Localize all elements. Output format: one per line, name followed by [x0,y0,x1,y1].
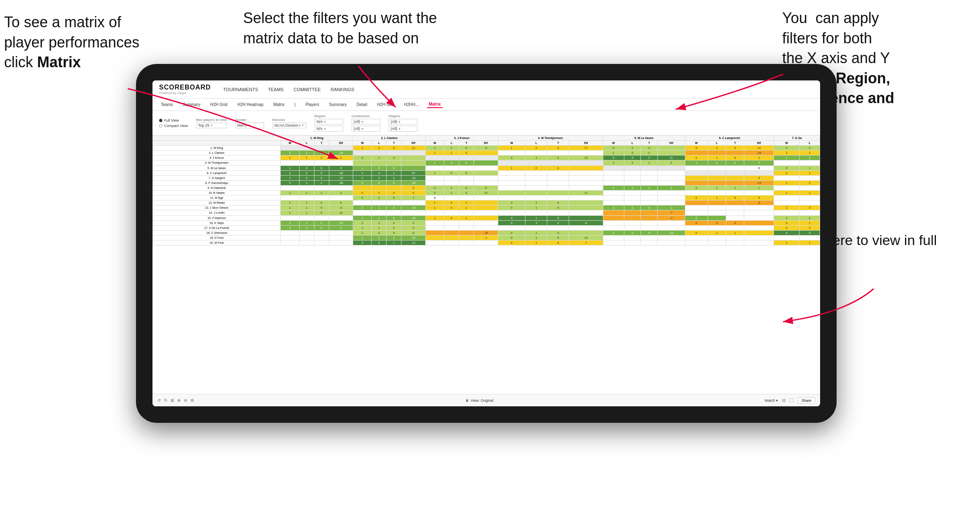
subnav-matrix[interactable]: Matrix [272,101,286,108]
player-name: 11. M Ege [153,196,281,200]
table-row: 10. B Valdes 1110 0100 01010 11 11 [153,191,820,196]
full-view-radio[interactable]: Full View [159,118,188,123]
player-name: 16. K Vilips [153,220,281,225]
toolbar-left: ↺ ↻ ⊞ ⊕ ⊖ ⚙ [157,398,194,403]
subnav-teams[interactable]: Teams [159,101,174,108]
layout-icon[interactable]: ⊟ [782,398,785,403]
sh-t4: T [547,141,569,146]
conference-label: Conference [352,114,380,118]
player-name: 14. J Lundin [153,210,281,215]
col-5-header: 5. M La Sasso [603,136,685,141]
table-row: 8. P Summerhays 521-48 220-16 -13 12 [153,180,820,185]
division-label: Division [272,118,306,122]
subnav-h2hgrid[interactable]: H2H Grid [209,101,229,108]
player-name: 3. J Koivun [153,156,281,160]
view-label: View: Original [471,398,493,403]
players-arrow: ▼ [398,120,401,123]
undo-icon[interactable]: ↺ [157,398,161,403]
sh-d1: Dif [329,141,353,146]
brand-name: SCOREBOARD [159,84,211,91]
table-row: 13. J Skov Olesen 110-3 210-19 101 010 2… [153,205,820,210]
gender-label: Gender [235,118,264,122]
conference-arrow: ▼ [361,120,364,123]
table-row: 4. M Thorbjornsen 100 1010 1110 [153,160,820,165]
zoom-in-icon[interactable]: ⊕ [177,398,181,403]
region-arrow-2: ▼ [324,127,326,130]
subnav-players[interactable]: Players [304,101,321,108]
player-name: 9. N Gabrelcik [153,185,281,190]
subnav-h2hgrid2[interactable]: H2H Grid [375,101,396,108]
view-radio-group: Full View Compact View [159,118,188,128]
subnav-summary[interactable]: Summary [181,101,202,108]
sh-l4: L [525,141,547,146]
subnav-matrix-active[interactable]: Matrix [427,101,442,108]
nav-teams[interactable]: TEAMS [268,87,284,92]
sh-t5: T [641,141,658,146]
region-label: Region [314,114,343,118]
player-name: 6. C Lamprecht [153,170,281,175]
table-row: 2. L Clanton 210-16 110 100 -24 22 [153,151,820,156]
subnav-h2hheatmap[interactable]: H2H Heatmap [236,101,265,108]
zoom-out-icon[interactable]: ⊖ [184,398,187,403]
player-name: 2. L Clanton [153,151,281,156]
sh-w7: W [774,141,799,146]
tablet-device: SCOREBOARD Powered by clippd TOURNAMENTS… [136,64,837,423]
nav-tournaments[interactable]: TOURNAMENTS [223,87,258,92]
sh-w2: W [353,141,372,146]
region-select[interactable]: N/A ▼ [314,119,343,125]
sh-w5: W [603,141,624,146]
sh-t6: T [726,141,744,146]
annotation-top-center: Select the filters you want the matrix d… [243,8,457,48]
max-players-select[interactable]: Top 25 ▼ [196,123,227,128]
col-header-row: 1. W Ding 2. L Clanton 3. J Koivun 4. M … [153,136,820,141]
conference-select[interactable]: (All) ▼ [352,119,380,125]
max-players-arrow: ▼ [210,124,213,127]
player-name: 20. M Ford [153,240,281,245]
fullscreen-icon[interactable]: ⛶ [790,398,794,403]
conference-select-2[interactable]: (All) ▼ [352,126,380,132]
bottom-toolbar: ↺ ↻ ⊞ ⊕ ⊖ ⚙ 🖥 View: Original Watch ▾ ⊟ ⛶… [152,394,820,406]
gender-select[interactable]: Men's ▼ [235,123,264,128]
subnav-detail[interactable]: Detail [355,101,369,108]
sh-l1: L [299,141,314,146]
sh-l6: L [708,141,726,146]
sh-d4: Dif [569,141,603,146]
gender-filter: Gender Men's ▼ [235,118,264,128]
sh-t1: T [314,141,329,146]
division-select[interactable]: NCAA Division I ▼ [272,123,306,128]
col-7-header: 7. G Sa [774,136,820,141]
share-button[interactable]: Share [798,397,815,404]
subnav-h2hh[interactable]: H2HH... [403,101,421,108]
sh-l7: L [799,141,820,146]
sub-nav: Teams Summary H2H Grid H2H Heatmap Matri… [152,99,820,111]
players-select-2[interactable]: (All) ▼ [389,126,417,132]
top-nav-items: TOURNAMENTS TEAMS COMMITTEE RANKINGS [223,87,354,92]
player-name: 5. M La Sasso [153,165,281,170]
players-select[interactable]: (All) ▼ [389,119,417,125]
nav-committee[interactable]: COMMITTEE [293,87,321,92]
nav-rankings[interactable]: RANKINGS [331,87,354,92]
sh-d2: Dif [401,141,426,146]
col-1-header: 1. W Ding [281,136,353,141]
table-row: 5. M La Sasso 1006 100 100 6 01 [153,165,820,170]
subnav-summary2[interactable]: Summary [328,101,349,108]
full-view-radio-circle [159,119,162,122]
col-4-header: 4. M Thorbjornsen [498,136,603,141]
redo-icon[interactable]: ↻ [164,398,167,403]
toolbar-right: Watch ▾ ⊟ ⛶ Share [764,397,815,404]
matrix-area: 1. W Ding 2. L Clanton 3. J Koivun 4. M … [152,135,820,394]
division-arrow: ▼ [301,124,304,127]
sh-d3: Dif [474,141,498,146]
player-name: 8. P Summerhays [153,180,281,185]
table-row: 15. P Maichon 110-19 101 410 -7 2 22 [153,215,820,220]
table-row: 18. C Sherwood 1300 -15 010 220-10 011 4… [153,230,820,235]
sh-w6: W [685,141,708,146]
compact-view-radio[interactable]: Compact View [159,124,188,128]
region-select-2[interactable]: N/A ▼ [314,126,343,132]
table-row: 3. J Koivun 1102 010 01013 04011 0103 12 [153,156,820,160]
watch-button[interactable]: Watch ▾ [764,398,778,403]
max-players-label: Max players in view [196,118,227,122]
player-name: 15. P Maichon [153,215,281,220]
zoom-fit-icon[interactable]: ⊞ [171,398,174,403]
settings-icon[interactable]: ⚙ [190,398,194,403]
